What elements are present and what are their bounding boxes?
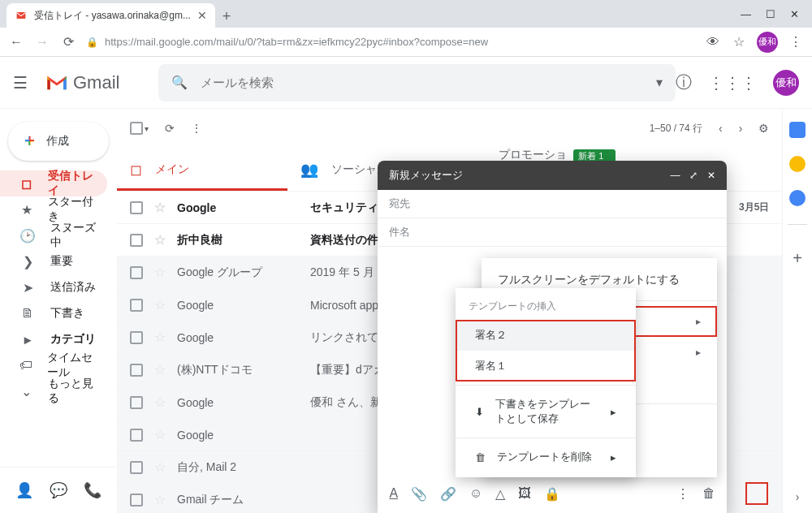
- select-all-checkbox[interactable]: ▾: [130, 122, 149, 135]
- rail-collapse-icon[interactable]: ›: [796, 490, 800, 503]
- attach-icon[interactable]: 📎: [411, 486, 427, 502]
- account-avatar[interactable]: 優和: [773, 70, 799, 96]
- submenu-arrow-icon: ▸: [696, 347, 701, 358]
- compose-to-field[interactable]: 宛先: [378, 190, 727, 218]
- sidebar-item-drafts[interactable]: 🗎下書き: [0, 300, 107, 326]
- help-icon[interactable]: ⓘ: [676, 71, 692, 93]
- compose-minimize-icon[interactable]: —: [670, 170, 680, 181]
- more-icon[interactable]: ⋮: [191, 122, 202, 135]
- row-checkbox[interactable]: [130, 396, 143, 409]
- maximize-icon[interactable]: ☐: [766, 8, 775, 20]
- compose-more-icon[interactable]: ⋮: [676, 486, 689, 502]
- next-page-icon[interactable]: ›: [739, 122, 743, 135]
- sidebar-item-inbox[interactable]: ◻受信トレイ: [0, 170, 107, 196]
- prev-page-icon[interactable]: ‹: [719, 122, 723, 135]
- row-checkbox[interactable]: [130, 299, 143, 312]
- calendar-icon[interactable]: [789, 122, 806, 138]
- star-icon: ★: [19, 202, 33, 218]
- row-star-icon[interactable]: ☆: [154, 492, 166, 507]
- search-options-icon[interactable]: ▾: [656, 75, 663, 90]
- row-checkbox[interactable]: [130, 494, 143, 507]
- search-input[interactable]: [201, 75, 643, 89]
- confidential-icon[interactable]: 🔒: [544, 486, 560, 502]
- row-checkbox[interactable]: [130, 331, 143, 344]
- image-icon[interactable]: 🖼: [518, 486, 531, 501]
- tab-close-icon[interactable]: ✕: [197, 9, 207, 22]
- template-save-draft[interactable]: ⬇下書きをテンプレートとして保存▸: [456, 389, 636, 434]
- row-star-icon[interactable]: ☆: [154, 232, 166, 248]
- sidebar-item-timesale[interactable]: 🏷タイムセール: [0, 352, 107, 378]
- row-checkbox[interactable]: [130, 266, 143, 279]
- template-sig2[interactable]: 署名２: [456, 320, 636, 351]
- template-delete[interactable]: 🗑テンプレートを削除▸: [456, 442, 636, 472]
- row-star-icon[interactable]: ☆: [154, 362, 166, 377]
- download-icon: ⬇: [475, 406, 484, 418]
- addons-plus-icon[interactable]: +: [793, 249, 802, 268]
- link-icon[interactable]: 🔗: [440, 486, 456, 502]
- url-text: https://mail.google.com/mail/u/0/?tab=rm…: [105, 36, 488, 48]
- compose-header[interactable]: 新規メッセージ — ⤢ ✕: [378, 161, 727, 190]
- sidebar-item-starred[interactable]: ★スター付き: [0, 196, 107, 222]
- row-star-icon[interactable]: ☆: [154, 200, 166, 215]
- template-sig1[interactable]: 署名１: [456, 351, 636, 382]
- window-controls: — ☐ ✕: [728, 0, 812, 28]
- compose-label: 作成: [46, 134, 69, 149]
- search-icon[interactable]: 🔍: [171, 75, 188, 90]
- close-icon[interactable]: ✕: [790, 8, 799, 20]
- row-checkbox[interactable]: [130, 201, 143, 214]
- compose-close-icon[interactable]: ✕: [707, 170, 715, 181]
- compose-toolbar: A 📎 🔗 ☺ △ 🖼 🔒 ⋮ 🗑: [378, 474, 727, 513]
- address-bar[interactable]: 🔒 https://mail.google.com/mail/u/0/?tab=…: [86, 36, 695, 48]
- row-star-icon[interactable]: ☆: [154, 297, 166, 313]
- back-icon[interactable]: ←: [8, 35, 24, 50]
- new-tab-button[interactable]: +: [215, 5, 238, 28]
- compose-expand-icon[interactable]: ⤢: [689, 170, 698, 181]
- row-checkbox[interactable]: [130, 429, 143, 442]
- compose-button[interactable]: + 作成: [8, 122, 109, 161]
- apps-icon[interactable]: ⋮⋮⋮: [708, 73, 757, 93]
- row-checkbox[interactable]: [130, 364, 143, 377]
- gmail-logo[interactable]: Gmail: [45, 72, 119, 93]
- forward-icon: →: [34, 35, 50, 50]
- settings-gear-icon[interactable]: ⚙: [758, 122, 769, 135]
- row-checkbox[interactable]: [130, 234, 143, 247]
- profile-avatar[interactable]: 優和: [757, 32, 778, 53]
- gmail-header: ☰ Gmail 🔍 ▾ ⓘ ⋮⋮⋮ 優和: [0, 57, 812, 109]
- eye-icon[interactable]: 👁: [705, 35, 721, 50]
- sidebar-item-sent[interactable]: ➤送信済み: [0, 274, 107, 300]
- sidebar-item-important[interactable]: ❯重要: [0, 248, 107, 274]
- tag-icon: 🏷: [19, 358, 32, 373]
- row-star-icon[interactable]: ☆: [154, 394, 166, 410]
- star-icon[interactable]: ☆: [731, 34, 747, 50]
- drive-icon[interactable]: △: [495, 486, 505, 502]
- template-submenu: テンプレートの挿入 署名２ 署名１ ⬇下書きをテンプレートとして保存▸ 🗑テンプ…: [456, 288, 636, 477]
- discard-icon[interactable]: 🗑: [702, 486, 715, 501]
- draft-icon: 🗎: [19, 306, 36, 321]
- browser-tab[interactable]: 受信トレイ - yasawa.orinaka@gm... ✕: [6, 3, 215, 28]
- sidebar-item-categories[interactable]: ▸カテゴリ: [0, 326, 107, 352]
- phone-icon[interactable]: 📞: [78, 476, 107, 505]
- tab-main[interactable]: ◻メイン: [117, 148, 287, 191]
- submenu-arrow-icon: ▸: [611, 406, 616, 418]
- hangouts-icon[interactable]: 💬: [44, 476, 73, 505]
- refresh-icon[interactable]: ⟳: [165, 122, 175, 135]
- minimize-icon[interactable]: —: [741, 8, 751, 20]
- row-star-icon[interactable]: ☆: [154, 459, 166, 475]
- hamburger-icon[interactable]: ☰: [13, 73, 32, 93]
- search-box[interactable]: 🔍 ▾: [158, 64, 676, 101]
- compose-subject-field[interactable]: 件名: [378, 218, 727, 247]
- row-checkbox[interactable]: [130, 461, 143, 474]
- row-star-icon[interactable]: ☆: [154, 330, 166, 345]
- row-star-icon[interactable]: ☆: [154, 265, 166, 280]
- reload-icon[interactable]: ⟳: [60, 34, 76, 50]
- person-icon[interactable]: 👤: [10, 476, 39, 505]
- browser-menu-icon[interactable]: ⋮: [788, 34, 804, 50]
- sidebar-item-snoozed[interactable]: 🕑スヌーズ中: [0, 222, 107, 248]
- emoji-icon[interactable]: ☺: [469, 486, 482, 501]
- format-icon[interactable]: A: [389, 486, 398, 501]
- sidebar-item-more[interactable]: ⌄もっと見る: [0, 378, 107, 404]
- row-star-icon[interactable]: ☆: [154, 427, 166, 442]
- keep-icon[interactable]: [789, 156, 806, 172]
- tasks-icon[interactable]: [789, 190, 806, 206]
- lock-icon: 🔒: [86, 37, 98, 48]
